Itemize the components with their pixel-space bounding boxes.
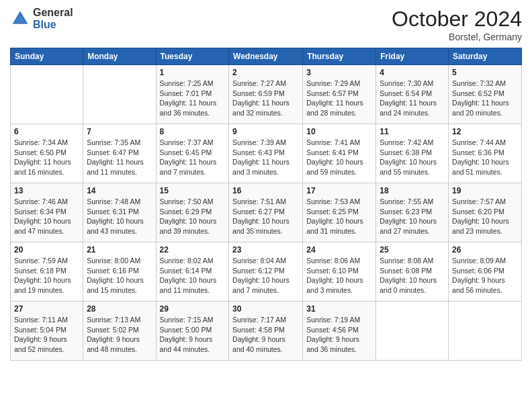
day-info: Sunrise: 8:04 AMSunset: 6:12 PMDaylight:… xyxy=(232,256,299,295)
day-info: Sunrise: 7:53 AMSunset: 6:25 PMDaylight:… xyxy=(306,197,372,236)
day-number: 7 xyxy=(87,127,152,136)
day-number: 5 xyxy=(452,68,518,77)
calendar-cell: 9Sunrise: 7:39 AMSunset: 6:43 PMDaylight… xyxy=(229,124,303,183)
logo: General Blue xyxy=(10,7,73,30)
day-number: 2 xyxy=(232,68,299,77)
day-number: 15 xyxy=(160,186,226,195)
day-number: 16 xyxy=(232,186,299,195)
day-info: Sunrise: 7:50 AMSunset: 6:29 PMDaylight:… xyxy=(160,197,226,236)
calendar-body: 1Sunrise: 7:25 AMSunset: 7:01 PMDaylight… xyxy=(11,65,522,361)
day-header-monday: Monday xyxy=(83,48,156,65)
day-number: 19 xyxy=(452,186,518,195)
day-info: Sunrise: 8:00 AMSunset: 6:16 PMDaylight:… xyxy=(87,256,152,295)
day-info: Sunrise: 7:59 AMSunset: 6:18 PMDaylight:… xyxy=(14,256,79,295)
day-info: Sunrise: 8:09 AMSunset: 6:06 PMDaylight:… xyxy=(452,256,518,295)
calendar-cell: 3Sunrise: 7:29 AMSunset: 6:57 PMDaylight… xyxy=(303,65,376,124)
day-info: Sunrise: 7:51 AMSunset: 6:27 PMDaylight:… xyxy=(232,197,299,236)
day-info: Sunrise: 8:02 AMSunset: 6:14 PMDaylight:… xyxy=(160,256,226,295)
calendar-cell: 8Sunrise: 7:37 AMSunset: 6:45 PMDaylight… xyxy=(156,124,229,183)
day-info: Sunrise: 7:19 AMSunset: 4:56 PMDaylight:… xyxy=(306,315,372,355)
logo-general: General xyxy=(33,7,73,19)
day-info: Sunrise: 7:41 AMSunset: 6:41 PMDaylight:… xyxy=(306,138,372,177)
week-row-1: 6Sunrise: 7:34 AMSunset: 6:50 PMDaylight… xyxy=(11,124,522,183)
calendar-cell: 13Sunrise: 7:46 AMSunset: 6:34 PMDayligh… xyxy=(11,183,83,242)
logo-text: General Blue xyxy=(33,7,73,30)
calendar-cell: 24Sunrise: 8:06 AMSunset: 6:10 PMDayligh… xyxy=(303,242,376,302)
week-row-0: 1Sunrise: 7:25 AMSunset: 7:01 PMDaylight… xyxy=(11,65,522,124)
calendar-cell: 14Sunrise: 7:48 AMSunset: 6:31 PMDayligh… xyxy=(83,183,156,242)
day-info: Sunrise: 7:17 AMSunset: 4:58 PMDaylight:… xyxy=(232,315,299,355)
calendar-cell: 27Sunrise: 7:11 AMSunset: 5:04 PMDayligh… xyxy=(11,302,83,361)
day-header-friday: Friday xyxy=(376,48,449,65)
day-info: Sunrise: 7:13 AMSunset: 5:02 PMDaylight:… xyxy=(87,315,152,355)
day-number: 13 xyxy=(14,186,79,195)
calendar-cell: 15Sunrise: 7:50 AMSunset: 6:29 PMDayligh… xyxy=(156,183,229,242)
day-info: Sunrise: 7:15 AMSunset: 5:00 PMDaylight:… xyxy=(160,315,226,355)
day-header-wednesday: Wednesday xyxy=(229,48,303,65)
day-number: 30 xyxy=(232,304,299,314)
day-number: 26 xyxy=(452,245,518,255)
week-row-3: 20Sunrise: 7:59 AMSunset: 6:18 PMDayligh… xyxy=(11,242,522,302)
calendar-cell: 29Sunrise: 7:15 AMSunset: 5:00 PMDayligh… xyxy=(156,302,229,361)
header: General Blue October 2024 Borstel, Germa… xyxy=(10,7,522,42)
day-number: 10 xyxy=(306,127,372,136)
day-number: 8 xyxy=(160,127,226,136)
day-number: 27 xyxy=(14,304,79,314)
calendar-cell: 20Sunrise: 7:59 AMSunset: 6:18 PMDayligh… xyxy=(11,242,83,302)
calendar-cell xyxy=(83,65,156,124)
calendar-cell: 2Sunrise: 7:27 AMSunset: 6:59 PMDaylight… xyxy=(229,65,303,124)
day-header-thursday: Thursday xyxy=(303,48,376,65)
day-number: 18 xyxy=(380,186,445,195)
calendar-cell: 16Sunrise: 7:51 AMSunset: 6:27 PMDayligh… xyxy=(229,183,303,242)
day-number: 25 xyxy=(380,245,445,255)
day-info: Sunrise: 7:11 AMSunset: 5:04 PMDaylight:… xyxy=(14,315,79,355)
calendar-cell: 21Sunrise: 8:00 AMSunset: 6:16 PMDayligh… xyxy=(83,242,156,302)
day-header-sunday: Sunday xyxy=(11,48,83,65)
day-number: 17 xyxy=(306,186,372,195)
day-info: Sunrise: 7:48 AMSunset: 6:31 PMDaylight:… xyxy=(87,197,152,236)
day-header-saturday: Saturday xyxy=(449,48,522,65)
calendar-cell: 17Sunrise: 7:53 AMSunset: 6:25 PMDayligh… xyxy=(303,183,376,242)
month-title: October 2024 xyxy=(392,7,522,32)
day-number: 24 xyxy=(306,245,372,255)
title-block: October 2024 Borstel, Germany xyxy=(392,7,522,42)
day-info: Sunrise: 7:57 AMSunset: 6:20 PMDaylight:… xyxy=(452,197,518,236)
day-number: 31 xyxy=(306,304,372,314)
location: Borstel, Germany xyxy=(392,32,522,42)
day-header-tuesday: Tuesday xyxy=(156,48,229,65)
svg-marker-1 xyxy=(14,13,26,23)
day-number: 4 xyxy=(380,68,445,77)
calendar-cell: 4Sunrise: 7:30 AMSunset: 6:54 PMDaylight… xyxy=(376,65,449,124)
calendar-cell: 1Sunrise: 7:25 AMSunset: 7:01 PMDaylight… xyxy=(156,65,229,124)
days-header-row: SundayMondayTuesdayWednesdayThursdayFrid… xyxy=(11,48,522,65)
day-info: Sunrise: 8:08 AMSunset: 6:08 PMDaylight:… xyxy=(380,256,445,295)
day-info: Sunrise: 7:42 AMSunset: 6:38 PMDaylight:… xyxy=(380,138,445,177)
calendar-header: SundayMondayTuesdayWednesdayThursdayFrid… xyxy=(11,48,522,65)
calendar-cell: 26Sunrise: 8:09 AMSunset: 6:06 PMDayligh… xyxy=(449,242,522,302)
day-info: Sunrise: 7:30 AMSunset: 6:54 PMDaylight:… xyxy=(380,79,445,118)
week-row-4: 27Sunrise: 7:11 AMSunset: 5:04 PMDayligh… xyxy=(11,302,522,361)
day-number: 6 xyxy=(14,127,79,136)
calendar-cell: 30Sunrise: 7:17 AMSunset: 4:58 PMDayligh… xyxy=(229,302,303,361)
calendar-cell: 10Sunrise: 7:41 AMSunset: 6:41 PMDayligh… xyxy=(303,124,376,183)
day-info: Sunrise: 7:39 AMSunset: 6:43 PMDaylight:… xyxy=(232,138,299,177)
day-info: Sunrise: 7:32 AMSunset: 6:52 PMDaylight:… xyxy=(452,79,518,118)
day-number: 1 xyxy=(160,68,226,77)
day-info: Sunrise: 7:29 AMSunset: 6:57 PMDaylight:… xyxy=(306,79,372,118)
calendar-cell: 6Sunrise: 7:34 AMSunset: 6:50 PMDaylight… xyxy=(11,124,83,183)
day-info: Sunrise: 7:37 AMSunset: 6:45 PMDaylight:… xyxy=(160,138,226,177)
day-number: 23 xyxy=(232,245,299,255)
day-number: 29 xyxy=(160,304,226,314)
calendar-cell xyxy=(449,302,522,361)
calendar-cell: 5Sunrise: 7:32 AMSunset: 6:52 PMDaylight… xyxy=(449,65,522,124)
day-info: Sunrise: 7:25 AMSunset: 7:01 PMDaylight:… xyxy=(160,79,226,118)
day-number: 20 xyxy=(14,245,79,255)
day-info: Sunrise: 8:06 AMSunset: 6:10 PMDaylight:… xyxy=(306,256,372,295)
calendar-cell xyxy=(376,302,449,361)
week-row-2: 13Sunrise: 7:46 AMSunset: 6:34 PMDayligh… xyxy=(11,183,522,242)
calendar-cell: 28Sunrise: 7:13 AMSunset: 5:02 PMDayligh… xyxy=(83,302,156,361)
day-info: Sunrise: 7:44 AMSunset: 6:36 PMDaylight:… xyxy=(452,138,518,177)
calendar-cell: 22Sunrise: 8:02 AMSunset: 6:14 PMDayligh… xyxy=(156,242,229,302)
day-number: 11 xyxy=(380,127,445,136)
calendar-cell: 11Sunrise: 7:42 AMSunset: 6:38 PMDayligh… xyxy=(376,124,449,183)
